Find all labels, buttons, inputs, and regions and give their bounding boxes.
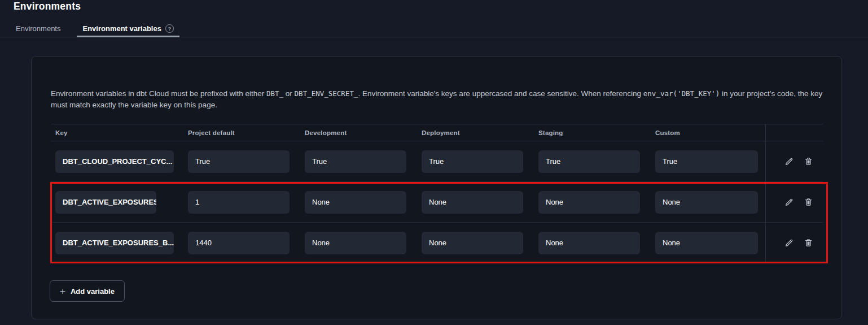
header-key: Key (51, 129, 183, 136)
tab-environments[interactable]: Environments (14, 20, 63, 37)
trash-icon (804, 197, 813, 207)
development-value-chip: None (305, 191, 406, 214)
pencil-icon (784, 157, 794, 167)
edit-variable-button[interactable] (783, 156, 795, 167)
code-dbt-prefix: DBT_ (266, 89, 283, 98)
description-segment: or (283, 89, 295, 98)
table-row: DBT_ACTIVE_EXPOSURES 1 None None None No… (51, 182, 823, 223)
custom-value-chip: None (655, 232, 758, 254)
staging-value-chip: None (538, 191, 640, 214)
table-row: DBT_ACTIVE_EXPOSURES_B... 1440 None None… (51, 223, 823, 263)
add-variable-label: Add variable (71, 287, 115, 296)
header-development: Development (300, 129, 417, 136)
project-default-value-chip: 1 (188, 191, 290, 214)
deployment-value-chip: None (422, 191, 523, 214)
tab-bar: Environments Environment variables ? (0, 20, 868, 37)
staging-value-chip: True (538, 150, 640, 173)
description-segment: . Environment variable's keys are upperc… (358, 89, 643, 98)
edit-variable-button[interactable] (783, 197, 795, 208)
code-env-var-call: env_var('DBT_KEY') (643, 89, 720, 98)
add-variable-button[interactable]: + Add variable (50, 280, 125, 302)
environment-variables-card: Environment variables in dbt Cloud must … (31, 56, 842, 319)
variable-key-chip: DBT_CLOUD_PROJECT_CYC... (55, 150, 174, 173)
edit-variable-button[interactable] (783, 237, 795, 249)
code-dbt-env-secret-prefix: DBT_ENV_SECRET_ (295, 89, 358, 98)
pencil-icon (784, 238, 794, 248)
help-icon[interactable]: ? (165, 24, 174, 33)
table-row: DBT_CLOUD_PROJECT_CYC... True True True … (51, 141, 823, 182)
development-value-chip: None (305, 232, 406, 254)
tab-environment-variables-label: Environment variables (82, 24, 161, 33)
header-deployment: Deployment (417, 129, 534, 136)
variable-key-chip: DBT_ACTIVE_EXPOSURES_B... (55, 232, 174, 254)
deployment-value-chip: True (422, 150, 523, 173)
trash-icon (804, 238, 813, 248)
description-text: Environment variables in dbt Cloud must … (51, 88, 823, 111)
variable-key-chip: DBT_ACTIVE_EXPOSURES (55, 191, 156, 214)
plus-icon: + (60, 287, 65, 296)
custom-value-chip: None (655, 191, 758, 214)
project-default-value-chip: True (188, 150, 290, 173)
trash-icon (804, 157, 813, 166)
environment-variables-table: Key Project default Development Deployme… (51, 124, 823, 263)
development-value-chip: True (305, 150, 406, 173)
staging-value-chip: None (538, 232, 640, 254)
delete-variable-button[interactable] (803, 237, 814, 249)
project-default-value-chip: 1440 (188, 232, 290, 254)
header-custom: Custom (651, 129, 765, 136)
table-header-row: Key Project default Development Deployme… (51, 124, 823, 141)
header-project-default: Project default (183, 129, 300, 136)
header-staging: Staging (534, 129, 651, 136)
tab-environment-variables[interactable]: Environment variables ? (80, 20, 176, 37)
page-title: Environments (14, 1, 81, 12)
header-actions-spacer (765, 124, 823, 141)
description-segment: Environment variables in dbt Cloud must … (51, 89, 266, 98)
delete-variable-button[interactable] (803, 156, 814, 167)
custom-value-chip: True (655, 150, 758, 173)
deployment-value-chip: None (422, 232, 523, 254)
pencil-icon (784, 197, 794, 207)
delete-variable-button[interactable] (803, 197, 814, 208)
